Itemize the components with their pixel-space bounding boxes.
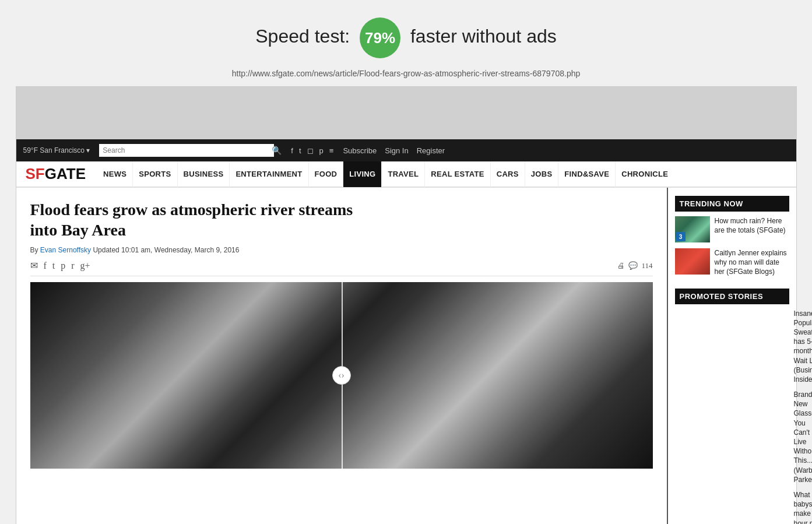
- nav-food[interactable]: FOOD: [309, 161, 344, 187]
- nav-jobs[interactable]: JOBS: [525, 161, 559, 187]
- search-icon: 🔍: [272, 146, 282, 156]
- logo-gate: GATE: [45, 165, 86, 182]
- site-logo[interactable]: SFGATE: [26, 165, 86, 183]
- promo-item-2: Brand New Glasses You Can't Live Without…: [675, 390, 789, 484]
- trending-thumb-2: [675, 248, 710, 275]
- search-input[interactable]: [99, 144, 274, 157]
- pinterest-icon[interactable]: p: [319, 146, 324, 155]
- print-area: 🖨 💬 114: [617, 261, 652, 270]
- article-byline: By Evan Sernoffsky Updated 10:01 am, Wed…: [30, 246, 653, 254]
- trending-item-1: 3 How much rain? Here are the totals (SF…: [675, 216, 789, 242]
- nav-news[interactable]: NEWS: [97, 161, 133, 187]
- promoted-box: PROMOTED STORIES Insanely Popular Sweats…: [675, 289, 789, 524]
- trending-text-2[interactable]: Caitlyn Jenner explains why no man will …: [715, 248, 789, 277]
- article-title: Flood fears grow as atmospheric river st…: [30, 199, 368, 240]
- speed-test-header: Speed test: 79% faster without ads: [244, 0, 568, 64]
- reddit-share-icon[interactable]: r: [71, 261, 74, 271]
- promo-text-1[interactable]: Insanely Popular Sweatshirt has 5-month …: [794, 309, 813, 385]
- nav-sports[interactable]: SPORTS: [133, 161, 177, 187]
- trending-number-1: 3: [676, 232, 686, 241]
- trending-text-1[interactable]: How much rain? Here are the totals (SFGa…: [715, 216, 789, 235]
- main-nav: SFGATE NEWS SPORTS BUSINESS ENTERTAINMEN…: [16, 161, 796, 187]
- promo-text-3[interactable]: What babysitters make per hour may shock…: [794, 490, 813, 524]
- sign-in-link[interactable]: Sign In: [385, 146, 408, 155]
- nav-entertainment[interactable]: ENTERTAINMENT: [230, 161, 308, 187]
- nav-living[interactable]: LIVING: [343, 161, 382, 187]
- facebook-share-icon[interactable]: f: [44, 261, 47, 271]
- content-area: Flood fears grow as atmospheric river st…: [16, 187, 796, 524]
- nav-chronicle[interactable]: CHRONICLE: [616, 161, 674, 187]
- promoted-header: PROMOTED STORIES: [675, 289, 789, 304]
- trending-box: TRENDING NOW 3 How much rain? Here are t…: [675, 196, 789, 277]
- print-icon[interactable]: 🖨: [617, 261, 625, 270]
- nav-travel[interactable]: TRAVEL: [382, 161, 425, 187]
- speed-test-label: Speed test:: [255, 26, 350, 47]
- divider-handle[interactable]: ‹›: [332, 366, 351, 385]
- main-nav-links: NEWS SPORTS BUSINESS ENTERTAINMENT FOOD …: [97, 161, 674, 187]
- browser-frame: 59°F San Francisco ▾ 🔍 f t ◻ p ≡ Subscri…: [16, 86, 797, 524]
- byline-author[interactable]: Evan Sernoffsky: [40, 246, 91, 254]
- article-image: ‹›: [30, 282, 653, 469]
- promo-item-1: Insanely Popular Sweatshirt has 5-month …: [675, 309, 789, 385]
- instagram-icon[interactable]: ◻: [307, 146, 314, 155]
- nav-find-save[interactable]: FIND&SAVE: [558, 161, 616, 187]
- comment-count: 114: [641, 261, 652, 270]
- subscribe-link[interactable]: Subscribe: [343, 146, 377, 155]
- social-icons: f t ◻ p ≡: [291, 146, 333, 155]
- trending-thumb-1: 3: [675, 216, 710, 242]
- weather-display: 59°F San Francisco ▾: [23, 146, 90, 154]
- nav-right-links: Subscribe Sign In Register: [343, 146, 445, 155]
- register-link[interactable]: Register: [417, 146, 445, 155]
- article-url: http://www.sfgate.com/news/article/Flood…: [232, 69, 581, 78]
- gplus-share-icon[interactable]: g+: [80, 261, 90, 271]
- trending-header: TRENDING NOW: [675, 196, 789, 212]
- faster-label: faster without ads: [410, 26, 557, 47]
- promo-item-3: What babysitters make per hour may shock…: [675, 490, 789, 524]
- pinterest-share-icon[interactable]: p: [61, 261, 65, 271]
- twitter-share-icon[interactable]: t: [52, 261, 55, 271]
- byline-date: Updated 10:01 am, Wednesday, March 9, 20…: [93, 246, 239, 254]
- byline-prefix: By: [30, 246, 38, 254]
- comment-icon[interactable]: 💬: [628, 261, 638, 270]
- ad-area-top: [16, 87, 796, 139]
- rss-icon[interactable]: ≡: [329, 146, 334, 155]
- speed-badge: 79%: [360, 17, 400, 58]
- nav-business[interactable]: BUSINESS: [178, 161, 230, 187]
- site-nav-bar: 59°F San Francisco ▾ 🔍 f t ◻ p ≡ Subscri…: [16, 139, 796, 161]
- article-main: Flood fears grow as atmospheric river st…: [16, 188, 668, 524]
- nav-cars[interactable]: CARS: [491, 161, 525, 187]
- article-sidebar: TRENDING NOW 3 How much rain? Here are t…: [668, 188, 796, 524]
- nav-real-estate[interactable]: REAL ESTATE: [425, 161, 490, 187]
- promo-text-2[interactable]: Brand New Glasses You Can't Live Without…: [794, 390, 813, 484]
- article-social: ✉ f t p r g+ 🖨 💬 114: [30, 260, 653, 276]
- logo-sf: SF: [26, 165, 45, 182]
- trending-item-2: Caitlyn Jenner explains why no man will …: [675, 248, 789, 277]
- facebook-icon[interactable]: f: [291, 146, 293, 155]
- mail-icon[interactable]: ✉: [30, 260, 38, 271]
- twitter-icon[interactable]: t: [299, 146, 301, 155]
